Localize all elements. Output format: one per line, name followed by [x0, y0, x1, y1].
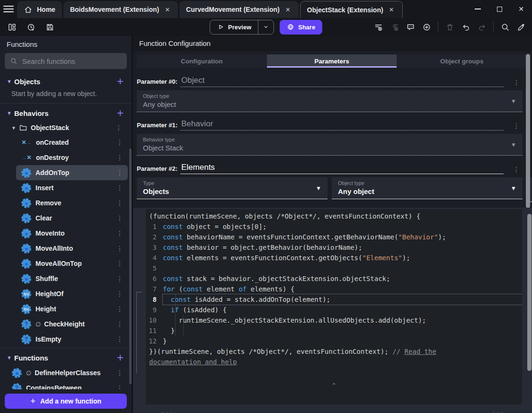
section-objects[interactable]: ▼ Objects +	[0, 74, 132, 89]
function-item-moveallontop[interactable]: »MoveAllOnTop⋮	[16, 256, 128, 271]
function-item-ondestroy[interactable]: →✕onDestroy⋮	[16, 150, 128, 165]
tab-close-icon[interactable]: ✕	[163, 5, 171, 14]
parameters-list: Parameter #0:Object⋮Object typeAny objec…	[133, 68, 532, 202]
parameter-name-input[interactable]: Object	[180, 76, 504, 87]
function-item-moveinto[interactable]: »MoveInto⋮	[16, 226, 128, 241]
add-event-button[interactable]	[371, 20, 385, 34]
parameters-scrollbar[interactable]	[526, 54, 530, 208]
fold-caret-icon[interactable]: ⌃	[332, 380, 336, 390]
add-object-button[interactable]: +	[115, 77, 125, 86]
action-gear-icon: »	[21, 168, 31, 178]
function-item-height[interactable]: f(x)Height⋮	[16, 301, 128, 316]
tab-parameters[interactable]: Parameters	[267, 54, 397, 68]
select-object-type[interactable]: Object typeAny object▼	[332, 177, 523, 199]
function-item-checkheight[interactable]: ?∅CheckHeight⋮	[16, 316, 128, 332]
kebab-menu-icon[interactable]: ⋮	[114, 290, 126, 298]
share-button-label: Share	[298, 24, 315, 31]
tab-home[interactable]: Home	[17, 1, 62, 18]
tab-boidsmovement-extension[interactable]: BoidsMovement (Extension)✕	[63, 1, 178, 18]
kebab-menu-icon[interactable]: ⋮	[114, 245, 126, 252]
function-item-containsbetween[interactable]: ?ContainsBetween⋮	[7, 380, 128, 389]
kebab-menu-icon[interactable]: ⋮	[114, 139, 126, 146]
function-item-definehelperclasses[interactable]: »∅DefineHelperClasses⋮	[7, 365, 128, 380]
main-menu-button[interactable]	[0, 0, 17, 18]
tab-configuration[interactable]: Configuration	[137, 54, 267, 68]
preview-button[interactable]: Preview	[210, 20, 274, 35]
condition-gear-icon: ?	[12, 383, 22, 390]
close-window-button[interactable]: ✕	[510, 1, 532, 17]
function-item-clear[interactable]: »Clear⋮	[16, 211, 128, 226]
preview-options-button[interactable]	[258, 24, 274, 30]
select-behavior-type[interactable]: Behavior typeObject Stack▼	[137, 134, 523, 156]
kebab-menu-icon[interactable]: ⋮	[114, 335, 126, 343]
tab-curvedmovement-extension[interactable]: CurvedMovement (Extension)✕	[179, 1, 299, 18]
kebab-menu-icon[interactable]: ⋮	[114, 184, 126, 192]
tab-objectstack-extension[interactable]: ObjectStack (Extension)✕	[300, 1, 403, 18]
minimize-button[interactable]	[467, 1, 488, 17]
kebab-menu-icon[interactable]: ⋮	[114, 275, 126, 282]
kebab-menu-icon[interactable]: ⋮	[510, 166, 523, 174]
add-circle-button[interactable]	[419, 20, 434, 34]
code-editor-scrollbar[interactable]	[527, 214, 532, 371]
action-gear-icon: »	[21, 213, 31, 223]
maximize-button[interactable]	[488, 1, 510, 17]
behavior-functions-list: ✕→onCreated⋮→✕onDestroy⋮»AddOnTop⋮»Inser…	[0, 135, 132, 347]
maximize-icon	[497, 7, 502, 12]
add-function-plus-button[interactable]: +	[115, 353, 125, 362]
documentation-link[interactable]: documentation and help	[149, 358, 237, 366]
tab-close-icon[interactable]: ✕	[284, 5, 292, 14]
kebab-menu-icon[interactable]: ⋮	[114, 214, 126, 222]
kebab-menu-icon[interactable]: ⋮	[114, 320, 126, 328]
add-behavior-button[interactable]: +	[115, 108, 125, 118]
function-item-addontop[interactable]: »AddOnTop⋮	[16, 165, 128, 180]
kebab-menu-icon[interactable]: ⋮	[113, 124, 125, 132]
select-type[interactable]: TypeObjects▼	[137, 177, 328, 199]
documentation-link[interactable]: Read the	[404, 348, 436, 355]
kebab-menu-icon[interactable]: ⋮	[114, 384, 126, 389]
history-button[interactable]	[24, 20, 38, 34]
search-functions-input[interactable]	[22, 57, 122, 65]
section-behaviors[interactable]: ▼ Behaviors +	[0, 105, 132, 121]
sidebar-tree: ▼ Objects + Start by adding a new object…	[0, 74, 132, 389]
ai-pen-button[interactable]	[514, 20, 528, 34]
kebab-menu-icon[interactable]: ⋮	[114, 260, 126, 267]
parameter-name-input[interactable]: Elements	[180, 163, 504, 174]
kebab-menu-icon[interactable]: ⋮	[114, 305, 126, 313]
kebab-menu-icon[interactable]: ⋮	[114, 229, 126, 237]
function-item-label: CheckHeight	[44, 320, 114, 328]
function-item-shuffle[interactable]: »Shuffle⋮	[16, 271, 128, 286]
action-gear-icon: »	[21, 198, 31, 208]
panels-button[interactable]	[5, 20, 19, 34]
gdevelop-window: HomeBoidsMovement (Extension)✕CurvedMove…	[0, 0, 532, 413]
kebab-menu-icon[interactable]: ⋮	[114, 369, 126, 377]
javascript-code-editor[interactable]: (function(runtimeScene, objects /*Object…	[146, 209, 522, 404]
search-functions-box[interactable]	[5, 53, 127, 69]
tab-close-icon[interactable]: ✕	[388, 5, 396, 14]
parameter-name-input[interactable]: Behavior	[180, 119, 504, 131]
kebab-menu-icon[interactable]: ⋮	[114, 169, 126, 176]
search-icon	[10, 57, 18, 65]
add-new-function-button[interactable]: + Add a new function	[5, 394, 127, 409]
function-item-label: MoveAllInto	[35, 245, 114, 252]
kebab-menu-icon[interactable]: ⋮	[510, 122, 523, 131]
function-item-moveallinto[interactable]: »MoveAllInto⋮	[16, 241, 128, 256]
parameter-name: Elements	[181, 163, 215, 172]
function-item-insert[interactable]: »Insert⋮	[16, 180, 128, 195]
sidebar-scrollbar[interactable]	[129, 149, 132, 384]
search-button[interactable]	[498, 20, 512, 34]
kebab-menu-icon[interactable]: ⋮	[114, 154, 126, 161]
function-item-heightof[interactable]: f(x)HeightOf⋮	[16, 286, 128, 301]
tab-object-groups[interactable]: Object groups	[397, 54, 527, 68]
function-item-remove[interactable]: »Remove⋮	[16, 195, 128, 211]
behavior-folder-objectstack[interactable]: ▼ ObjectStack ⋮	[0, 121, 132, 135]
kebab-menu-icon[interactable]: ⋮	[114, 199, 126, 207]
undo-button[interactable]	[459, 20, 473, 34]
kebab-menu-icon[interactable]: ⋮	[510, 79, 523, 87]
function-item-oncreated[interactable]: ✕→onCreated⋮	[16, 135, 128, 150]
comment-button[interactable]	[403, 20, 417, 34]
function-item-isempty[interactable]: ?IsEmpty⋮	[16, 332, 128, 347]
share-button[interactable]: Share	[280, 20, 322, 35]
select-object-type[interactable]: Object typeAny object▼	[137, 90, 523, 112]
section-functions[interactable]: ▼ Functions +	[0, 350, 132, 365]
save-button[interactable]	[43, 20, 57, 34]
